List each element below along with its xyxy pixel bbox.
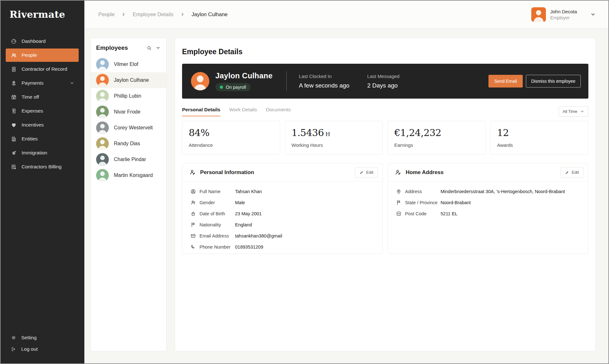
field-value: Minderbroedersstraat 30A, ’s-Hertogenbos… [441, 189, 565, 194]
employees-panel-header: Employees [91, 44, 166, 56]
stat-value: 84% [189, 127, 209, 138]
chevron-down-icon [590, 12, 596, 17]
sidebar-item-contractor-of-record[interactable]: Contractor of Record [6, 62, 79, 76]
info-row-date-of-birth: Date of Birth 23 May 2001 [190, 211, 376, 217]
field-value: Tahsan Khan [235, 189, 262, 194]
breadcrumb: People Employee Details Jaylon Culhane [98, 11, 228, 17]
info-cards-row: Personal Information Edit Full Name Tahs… [182, 163, 588, 254]
user-name: John Decota [550, 9, 577, 14]
employees-tools [147, 45, 161, 51]
breadcrumb-people[interactable]: People [98, 11, 115, 17]
stat-label: Earnings [394, 142, 479, 148]
sidebar-item-label: Incentives [22, 122, 44, 128]
map-pin-icon [396, 189, 402, 194]
employee-name: Martin Korsgaard [114, 172, 153, 178]
sidebar-item-label: Expenses [22, 108, 43, 114]
sidebar-footer: Setting Log out [1, 335, 84, 363]
sidebar-item-label: Setting [21, 335, 36, 341]
chevron-down-icon [70, 81, 74, 85]
send-email-button[interactable]: Send Email [488, 75, 523, 88]
search-icon[interactable] [147, 45, 152, 51]
sidebar-nav: Dashboard People Contractor of Record Pa… [1, 35, 84, 173]
info-row-state-province: State / Province Noord-Brabant [396, 200, 582, 205]
heart-icon [11, 122, 17, 128]
pencil-icon [565, 170, 569, 175]
field-value: 23 May 2001 [235, 211, 262, 216]
sidebar-item-label: Time off [22, 94, 39, 100]
sidebar-item-label: Dashboard [22, 38, 46, 44]
field-label: Email Address [200, 233, 235, 238]
sidebar-item-payments[interactable]: Payments [6, 76, 79, 90]
list-item[interactable]: Martin Korsgaard [91, 167, 166, 183]
time-filter-select[interactable]: All Time [559, 106, 588, 117]
tab-documents[interactable]: Documents [266, 107, 291, 116]
flag-icon [190, 222, 196, 228]
info-row-gender: Gender Male [190, 200, 376, 205]
field-label: Address [405, 189, 441, 194]
globe-icon [11, 150, 17, 156]
sidebar: Rivermate Dashboard People Contractor of… [1, 1, 84, 363]
list-item[interactable]: Vilmer Elof [91, 56, 166, 72]
list-item[interactable]: Randy Dias [91, 136, 166, 152]
filter-icon[interactable] [155, 45, 161, 51]
employee-name: Charlie Pindar [114, 157, 146, 162]
dismiss-employee-button[interactable]: Dismiss this employee [526, 75, 581, 88]
user-menu[interactable]: John Decota Employer [531, 7, 596, 22]
person-edit-icon [395, 169, 401, 176]
person-edit-icon [189, 169, 196, 176]
list-item[interactable]: Charlie Pindar [91, 152, 166, 167]
list-item[interactable]: Phillip Lubin [91, 88, 166, 104]
receipt-icon [11, 108, 17, 114]
sidebar-item-incentives[interactable]: Incentives [6, 118, 79, 132]
employee-name: Corey Westervelt [114, 125, 153, 131]
edit-personal-info-button[interactable]: Edit [355, 167, 378, 178]
sidebar-item-contractors-billing[interactable]: Contractors Billing [6, 160, 79, 173]
sidebar-item-time-off[interactable]: Time off [6, 90, 79, 104]
avatar [96, 58, 109, 71]
avatar [96, 121, 109, 134]
card-title: Home Address [406, 169, 443, 176]
field-value: Male [235, 200, 245, 205]
avatar [531, 7, 546, 22]
logout-icon [11, 346, 16, 352]
breadcrumb-employee-details[interactable]: Employee Details [133, 11, 173, 17]
card-rows: Full Name Tahsan Khan Gender Male Date o… [182, 182, 383, 250]
list-item[interactable]: Corey Westervelt [91, 120, 166, 136]
field-value: Noord-Brabant [441, 200, 471, 205]
pencil-icon [359, 170, 364, 175]
home-address-card: Home Address Edit Address Minderbroeders… [388, 163, 588, 254]
edit-home-address-button[interactable]: Edit [560, 167, 583, 178]
employee-name: Jaylon Culhane [215, 71, 272, 80]
sidebar-item-people[interactable]: People [6, 49, 79, 62]
people-icon [11, 52, 17, 58]
card-rows: Address Minderbroedersstraat 30A, ’s-Her… [388, 182, 588, 217]
list-item[interactable]: Nivar Frode [91, 104, 166, 120]
info-row-post-code: Post Code 5211 EL [396, 211, 582, 217]
sidebar-item-dashboard[interactable]: Dashboard [6, 35, 79, 48]
stat-value: A few seconds ago [299, 82, 350, 89]
status-badge: On payroll [215, 83, 251, 91]
card-header: Personal Information Edit [182, 163, 383, 182]
sidebar-item-label: Contractors Billing [22, 164, 62, 170]
sidebar-item-expenses[interactable]: Expenses [6, 104, 79, 118]
stat-card-working-hours: 1.5436H Working Hours [285, 121, 383, 155]
sidebar-item-immigration[interactable]: Immigration [6, 146, 79, 159]
employee-name: Randy Dias [114, 141, 140, 146]
sidebar-item-label: People [22, 52, 37, 58]
avatar [96, 153, 109, 166]
envelope-icon [190, 233, 196, 239]
user-meta: John Decota Employer [550, 9, 577, 20]
user-role: Employer [550, 15, 577, 20]
tabs-row: Personal Details Work Details Documents … [182, 106, 588, 117]
avatar [96, 74, 109, 87]
tab-work-details[interactable]: Work Details [229, 107, 257, 116]
hero-identity: Jaylon Culhane On payroll [215, 71, 272, 91]
info-row-phone: Phone Number 01893531209 [190, 244, 376, 250]
list-item-selected[interactable]: Jaylon Culhane [91, 72, 166, 88]
hero-actions: Send Email Dismiss this employee [488, 75, 581, 88]
tab-personal-details[interactable]: Personal Details [182, 107, 220, 116]
sidebar-item-label: Log out [21, 346, 38, 352]
sidebar-item-logout[interactable]: Log out [11, 346, 79, 352]
sidebar-item-setting[interactable]: Setting [11, 335, 79, 341]
sidebar-item-entities[interactable]: Entities [6, 132, 79, 146]
